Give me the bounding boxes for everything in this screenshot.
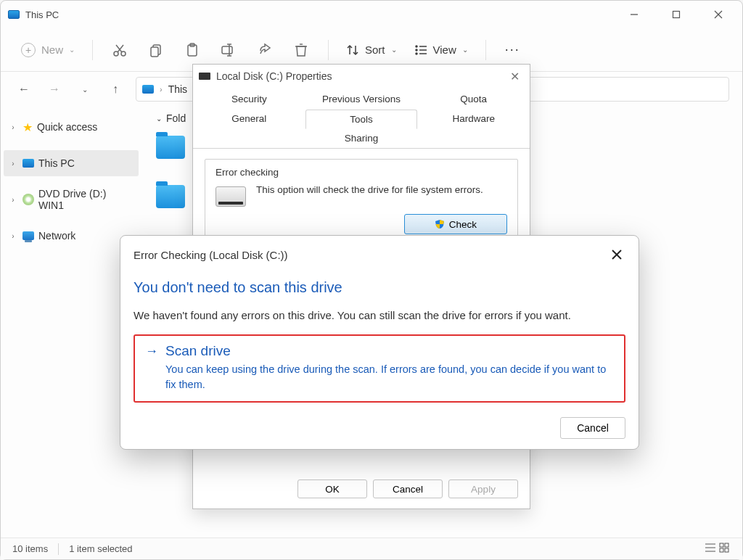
properties-tabs: Security Previous Versions Quota General… xyxy=(193,89,530,149)
folder-icon[interactable] xyxy=(156,185,185,208)
scan-drive-option[interactable]: → Scan drive You can keep using the driv… xyxy=(134,334,625,403)
statusbar: 10 items 1 item selected xyxy=(1,538,742,559)
window-title: This PC xyxy=(25,9,613,20)
scan-drive-desc: You can keep using the drive during the … xyxy=(165,362,614,392)
tab-tools[interactable]: Tools xyxy=(305,110,418,129)
forward-button[interactable]: → xyxy=(44,79,65,99)
up-button[interactable]: ↑ xyxy=(105,79,126,99)
details-view-button[interactable] xyxy=(705,543,716,555)
chevron-right-icon: › xyxy=(160,85,163,94)
drive-icon xyxy=(215,186,246,207)
view-toggle xyxy=(705,543,731,555)
cancel-button[interactable]: Cancel xyxy=(373,479,443,498)
apply-button[interactable]: Apply xyxy=(448,479,518,498)
minimize-button[interactable] xyxy=(613,3,655,26)
thumbnails-view-button[interactable] xyxy=(719,543,731,555)
titlebar: This PC xyxy=(1,1,742,28)
disc-icon xyxy=(22,194,34,205)
chevron-right-icon: › xyxy=(8,160,18,168)
tab-quota[interactable]: Quota xyxy=(417,89,530,109)
back-button[interactable]: ← xyxy=(14,79,34,99)
svg-rect-1 xyxy=(673,12,680,18)
svg-point-21 xyxy=(416,49,417,51)
arrow-right-icon: → xyxy=(145,344,158,359)
error-checking-desc: This option will check the drive for fil… xyxy=(256,184,483,197)
tab-sharing[interactable]: Sharing xyxy=(193,128,530,148)
svg-rect-12 xyxy=(222,46,232,54)
chevron-down-icon: ⌄ xyxy=(462,46,468,54)
check-button[interactable]: Check xyxy=(404,214,507,234)
sidebar-item-label: This PC xyxy=(38,157,75,169)
delete-button[interactable] xyxy=(284,37,318,63)
error-checking-section: Error checking This option will check th… xyxy=(205,159,518,245)
error-checking-dialog-title: Error Checking (Local Disk (C:)) xyxy=(134,249,608,261)
breadcrumb-crumb[interactable]: This xyxy=(168,83,187,95)
separator xyxy=(92,40,93,60)
paste-button[interactable] xyxy=(176,37,209,63)
cancel-button[interactable]: Cancel xyxy=(560,417,625,439)
sidebar-item-quick-access[interactable]: › ★ Quick access xyxy=(4,114,139,140)
check-button-label: Check xyxy=(449,219,477,230)
sidebar-item-this-pc[interactable]: › This PC xyxy=(4,150,139,176)
pc-monitor-icon xyxy=(22,159,34,168)
tab-general[interactable]: General xyxy=(193,109,305,128)
copy-button[interactable] xyxy=(139,37,173,63)
sidebar-item-dvd-drive[interactable]: › DVD Drive (D:) WIN1 xyxy=(4,186,139,213)
separator xyxy=(328,40,329,60)
sort-button[interactable]: Sort ⌄ xyxy=(339,39,404,61)
folders-header-label: Fold xyxy=(166,112,186,124)
star-icon: ★ xyxy=(22,120,33,134)
chevron-down-icon: ⌄ xyxy=(156,115,162,123)
chevron-right-icon: › xyxy=(8,123,18,131)
svg-rect-30 xyxy=(725,543,728,547)
properties-titlebar: Local Disk (C:) Properties ✕ xyxy=(193,65,530,88)
rename-button[interactable] xyxy=(212,37,245,63)
close-button[interactable]: ✕ xyxy=(506,70,524,83)
ok-button[interactable]: OK xyxy=(297,479,367,498)
pc-monitor-icon xyxy=(8,10,20,19)
svg-point-22 xyxy=(416,53,417,54)
chevron-right-icon: › xyxy=(8,232,18,240)
error-checking-title: Error checking xyxy=(215,167,507,178)
sidebar-item-label: Quick access xyxy=(37,121,97,133)
pc-monitor-icon xyxy=(142,85,154,94)
network-icon xyxy=(22,231,34,240)
properties-footer: OK Cancel Apply xyxy=(297,479,518,498)
svg-rect-31 xyxy=(720,548,723,552)
error-checking-headline: You don't need to scan this drive xyxy=(134,279,625,296)
error-checking-dialog: Error Checking (Local Disk (C:)) You don… xyxy=(120,235,639,450)
scan-drive-title: Scan drive xyxy=(165,343,231,359)
history-dropdown[interactable]: ⌄ xyxy=(75,79,95,99)
svg-rect-29 xyxy=(720,543,723,547)
separator xyxy=(58,543,59,555)
error-checking-message: We haven't found any errors on this driv… xyxy=(134,309,625,321)
tab-hardware[interactable]: Hardware xyxy=(417,109,530,128)
cut-button[interactable] xyxy=(103,37,136,63)
share-button[interactable] xyxy=(248,37,282,63)
sidebar-item-network[interactable]: › Network xyxy=(4,223,139,249)
plus-icon: + xyxy=(21,43,36,57)
more-button[interactable]: ··· xyxy=(505,42,520,57)
new-button[interactable]: + New ⌄ xyxy=(14,38,82,62)
shield-icon xyxy=(435,219,445,229)
svg-rect-9 xyxy=(151,47,158,57)
sort-label: Sort xyxy=(365,44,385,56)
view-button[interactable]: View ⌄ xyxy=(407,39,475,61)
svg-rect-32 xyxy=(725,548,728,552)
sidebar-item-label: DVD Drive (D:) WIN1 xyxy=(38,188,134,211)
new-label: New xyxy=(41,44,63,56)
svg-point-20 xyxy=(416,46,417,47)
close-button[interactable] xyxy=(697,3,739,26)
maximize-button[interactable] xyxy=(655,3,697,26)
status-items-count: 10 items xyxy=(12,543,48,554)
chevron-down-icon: ⌄ xyxy=(391,46,397,54)
chevron-right-icon: › xyxy=(8,196,18,204)
tab-previous-versions[interactable]: Previous Versions xyxy=(305,89,418,109)
folder-icon[interactable] xyxy=(156,136,185,159)
separator xyxy=(485,40,486,60)
close-button[interactable] xyxy=(608,246,625,263)
sidebar-item-label: Network xyxy=(38,230,75,242)
chevron-down-icon: ⌄ xyxy=(69,46,75,54)
properties-title: Local Disk (C:) Properties xyxy=(216,70,500,82)
tab-security[interactable]: Security xyxy=(193,89,305,109)
